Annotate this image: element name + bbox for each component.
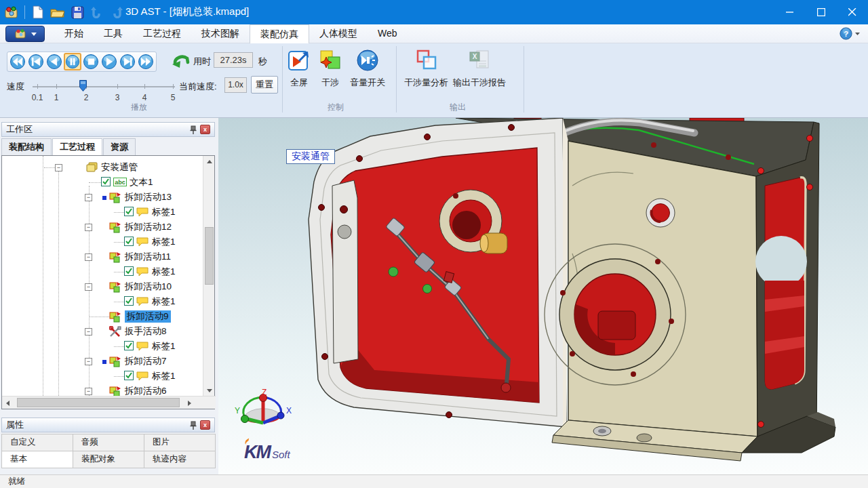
maximize-button[interactable] [806,0,837,24]
interference-button[interactable]: 干涉 [319,49,342,89]
tree-item-label[interactable]: 拆卸活动11 [125,251,171,263]
tree-item-拆卸活动11[interactable]: −拆卸活动11 [2,249,203,264]
speed-slider-thumb[interactable] [79,80,87,92]
scroll-right-icon[interactable] [184,396,195,409]
properties-tab-轨迹内容[interactable]: 轨迹内容 [144,451,216,468]
close-icon[interactable]: x [200,125,210,134]
checkbox-checked[interactable] [101,177,111,188]
workspace-tab-装配结构[interactable]: 装配结构 [1,138,52,155]
tree-item-label[interactable]: 拆卸活动6 [125,385,167,396]
checkbox-checked[interactable] [124,207,134,218]
workspace-tab-工艺过程[interactable]: 工艺过程 [52,138,102,155]
skip-end-button[interactable] [119,53,136,70]
help-button[interactable]: ? [840,27,860,40]
pin-icon[interactable] [190,125,197,134]
play-button[interactable] [100,53,118,70]
collapse-icon[interactable]: − [85,253,92,261]
properties-tab-图片[interactable]: 图片 [144,434,216,451]
ribbon-tab-技术图解[interactable]: 技术图解 [191,24,250,43]
tree-item-label[interactable]: 标签1 [152,370,176,382]
tree-item-label[interactable]: 扳手活动8 [125,325,167,338]
ribbon-tab-开始[interactable]: 开始 [54,24,94,43]
tree-item-安装通管[interactable]: −安装通管 [2,160,203,175]
tree-item-扳手活动8[interactable]: −扳手活动8 [2,324,203,339]
checkbox-checked[interactable] [124,371,134,382]
tree-item-文本1[interactable]: abc文本1 [2,175,203,190]
tree-item-标签1[interactable]: 标签1 [2,294,203,309]
properties-tab-自定义[interactable]: 自定义 [1,434,73,451]
tree-item-拆卸活动9[interactable]: 拆卸活动9 [2,309,203,324]
tree-item-label[interactable]: 拆卸活动13 [125,191,172,203]
ribbon-tab-装配仿真[interactable]: 装配仿真 [250,24,309,43]
scroll-left-icon[interactable] [2,396,14,409]
pause-button[interactable] [64,53,81,70]
undo-icon[interactable] [88,3,106,21]
loop-button[interactable] [171,52,191,71]
checkbox-checked[interactable] [124,296,134,308]
scrollbar-thumb[interactable] [205,227,214,285]
step-back-button[interactable] [45,53,63,70]
tree-item-拆卸活动13[interactable]: −拆卸活动13 [2,190,203,205]
scrollbar-thumb[interactable] [17,398,180,407]
tree-item-label[interactable]: 拆卸活动12 [125,221,172,233]
tree-item-label[interactable]: 标签1 [152,340,176,352]
collapse-icon[interactable]: − [85,358,92,365]
fullscreen-button[interactable]: 全屏 [288,49,311,89]
tree-item-标签1[interactable]: 标签1 [2,205,203,220]
ribbon-tab-工艺过程[interactable]: 工艺过程 [133,24,191,43]
app-menu-button[interactable] [5,26,45,42]
rewind-button[interactable] [9,53,26,70]
tree-item-label[interactable]: 标签1 [152,236,176,248]
horizontal-scrollbar[interactable] [2,396,216,409]
pin-icon[interactable] [190,421,197,430]
tree-item-label[interactable]: 标签1 [152,296,176,308]
skip-start-button[interactable] [27,53,45,70]
collapse-icon[interactable]: − [85,388,92,395]
viewport-3d[interactable]: 安装通管 Z X Y KMSoft [218,118,868,474]
properties-tab-装配对象[interactable]: 装配对象 [73,451,144,468]
properties-tab-基本[interactable]: 基本 [1,451,73,468]
vertical-scrollbar[interactable] [203,156,214,396]
tree-item-拆卸活动6[interactable]: −拆卸活动6 [2,384,203,396]
tree-item-label[interactable]: 拆卸活动9 [125,310,171,323]
redo-icon[interactable] [108,3,125,21]
excel-report-button[interactable]: X输出干涉报告 [453,49,506,89]
ribbon-tab-人体模型[interactable]: 人体模型 [309,24,368,43]
collapse-icon[interactable]: − [85,194,92,201]
volume-button[interactable]: 音量开关 [350,49,385,89]
close-button[interactable] [837,0,868,24]
orientation-triad[interactable]: Z X Y [233,389,294,438]
tree-item-标签1[interactable]: 标签1 [2,369,203,384]
fast-forward-button[interactable] [137,53,155,70]
tree-item-label[interactable]: 标签1 [152,206,176,218]
minimize-button[interactable] [774,0,806,24]
tree-item-label[interactable]: 标签1 [152,266,176,278]
reset-button[interactable]: 重置 [251,76,278,94]
new-document-icon[interactable] [29,3,47,21]
tree-item-标签1[interactable]: 标签1 [2,339,203,354]
tree-item-label[interactable]: 文本1 [130,176,153,188]
scroll-down-icon[interactable] [203,385,215,396]
collapse-icon[interactable]: − [55,164,62,171]
save-icon[interactable] [68,3,86,21]
speed-slider-track[interactable] [33,86,175,87]
interference-analysis-button[interactable]: 干涉量分析 [404,49,448,89]
tree-item-标签1[interactable]: 标签1 [2,235,203,249]
checkbox-checked[interactable] [124,341,134,352]
ribbon-tab-工具[interactable]: 工具 [94,24,133,43]
workspace-tab-资源[interactable]: 资源 [103,138,136,155]
collapse-icon[interactable]: − [85,283,92,291]
collapse-icon[interactable]: − [85,224,92,231]
checkbox-checked[interactable] [124,266,134,278]
tree-item-标签1[interactable]: 标签1 [2,264,203,279]
ribbon-tab-Web[interactable]: Web [368,24,408,43]
tree-item-label[interactable]: 拆卸活动10 [125,281,172,293]
stop-button[interactable] [82,53,100,70]
checkbox-checked[interactable] [124,237,134,248]
scroll-up-icon[interactable] [203,156,215,167]
close-icon[interactable]: x [200,420,210,430]
collapse-icon[interactable]: − [85,328,92,336]
tree-item-拆卸活动12[interactable]: −拆卸活动12 [2,220,203,235]
tree-item-label[interactable]: 拆卸活动7 [125,355,167,367]
tree-item-拆卸活动7[interactable]: −拆卸活动7 [2,354,203,369]
